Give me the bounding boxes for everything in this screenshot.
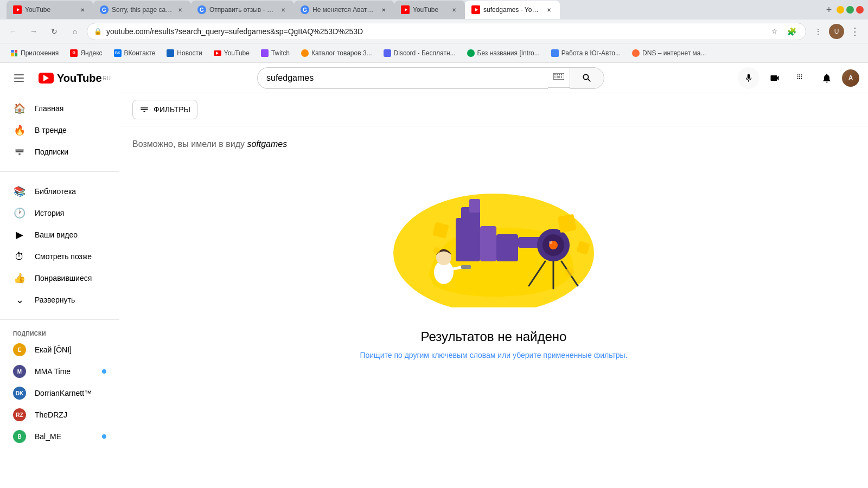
svg-point-29 — [433, 247, 440, 254]
search-input-wrapper[interactable] — [257, 67, 548, 89]
tab-google-error[interactable]: G Sorry, this page can't be found... ✕ — [93, 1, 191, 19]
svg-rect-27 — [558, 214, 577, 233]
maximize-button[interactable] — [846, 6, 854, 14]
sub-item-ekai[interactable]: Е Екай [ÖNI] — [0, 339, 119, 361]
bookmark-work[interactable]: Работа в Юг-Авто... — [546, 47, 625, 60]
tab-youtube-1[interactable]: YouTube ✕ — [7, 1, 93, 19]
tab2-close[interactable]: ✕ — [176, 5, 184, 14]
sidebar-item-library[interactable]: 📚 Библиотека — [0, 181, 119, 202]
back-button[interactable]: ← — [4, 23, 22, 40]
tab-sufedgames[interactable]: sufedgames - YouTube ✕ — [465, 1, 560, 19]
tab4-close[interactable]: ✕ — [379, 5, 388, 14]
sidebar-divider-1 — [0, 171, 119, 172]
minimize-button[interactable] — [837, 6, 844, 14]
bookmark-catalog-label: Каталог товаров 3... — [311, 49, 372, 57]
bookmark-intro-label: Без названия [Intro... — [477, 49, 540, 57]
svg-rect-7 — [561, 76, 562, 78]
youtube-bookmark-icon — [213, 49, 222, 57]
sub-item-drzj[interactable]: RZ TheDRZJ — [0, 404, 119, 426]
sidebar-item-subscriptions[interactable]: Подписки — [0, 141, 119, 163]
bookmark-yandex-label: Яндекс — [80, 49, 102, 57]
tab6-close[interactable]: ✕ — [545, 5, 553, 14]
sub-avatar-drzj: RZ — [13, 408, 26, 421]
tab1-close[interactable]: ✕ — [78, 5, 87, 14]
youtube-user-avatar[interactable]: A — [842, 69, 859, 87]
bookmark-news[interactable]: Новости — [162, 47, 206, 60]
fire-icon: 🔥 — [13, 124, 26, 136]
sidebar-item-my-videos[interactable]: ▶ Ваши видео — [0, 224, 119, 246]
bookmark-dns[interactable]: DNS – интернет ма... — [627, 47, 710, 60]
bookmark-youtube[interactable]: YouTube — [209, 47, 254, 60]
bookmark-catalog[interactable]: Каталог товаров 3... — [296, 47, 376, 60]
sidebar-item-home[interactable]: 🏠 Главная — [0, 98, 119, 119]
sub-name-dorrian: DorrianKarnett™ — [35, 389, 106, 397]
discord-icon — [383, 49, 392, 57]
forward-button[interactable]: → — [25, 23, 42, 40]
nav-right-actions: ⋮ U ⋮ — [809, 23, 864, 40]
sidebar-item-expand[interactable]: ⌄ Развернуть — [0, 289, 119, 311]
youtube-main-content: A ФИЛЬТРЫ Возможно, вы имели в виду soft… — [119, 63, 868, 488]
hamburger-menu-button[interactable] — [9, 67, 30, 89]
sidebar-item-liked[interactable]: 👍 Понравившиеся — [0, 267, 119, 289]
sub-item-balme[interactable]: B Bal_ME — [0, 426, 119, 447]
microphone-button[interactable] — [738, 67, 760, 89]
extension-icon[interactable]: 🧩 — [784, 24, 799, 39]
bookmark-apps[interactable]: Приложения — [5, 47, 63, 60]
menu-button[interactable]: ⋮ — [846, 23, 864, 40]
search-input[interactable] — [266, 73, 539, 83]
new-tab-button[interactable]: + — [821, 2, 837, 17]
bookmark-yandex[interactable]: Я Яндекс — [65, 47, 106, 60]
tab3-close[interactable]: ✕ — [279, 5, 288, 14]
svg-rect-13 — [469, 199, 480, 213]
bookmark-intro[interactable]: Без названия [Intro... — [462, 47, 544, 60]
bookmark-star-icon[interactable]: ☆ — [767, 24, 782, 39]
tab2-label: Sorry, this page can't be found... — [112, 6, 173, 14]
sidebar-history-label: История — [35, 209, 64, 217]
filters-button[interactable]: ФИЛЬТРЫ — [132, 100, 197, 119]
liked-icon: 👍 — [13, 272, 26, 284]
search-button[interactable] — [570, 67, 604, 89]
tab-youtube-2[interactable]: YouTube ✕ — [394, 1, 465, 19]
extensions-button[interactable]: ⋮ — [809, 23, 827, 40]
sub-item-mma[interactable]: M MMA Time — [0, 361, 119, 382]
sub-avatar-mma: M — [13, 365, 26, 378]
bookmark-twitch-label: Twitch — [271, 49, 290, 57]
home-button[interactable]: ⌂ — [66, 23, 84, 40]
bookmark-discord[interactable]: Discord - Бесплатн... — [379, 47, 460, 60]
bookmark-twitch[interactable]: Twitch — [256, 47, 294, 60]
sub-item-dorrian[interactable]: DK DorrianKarnett™ — [0, 382, 119, 404]
tab-favicon-yt1 — [13, 5, 22, 14]
ham-line-3 — [14, 81, 24, 82]
sidebar-item-watch-later[interactable]: ⏱ Смотреть позже — [0, 246, 119, 267]
library-icon: 📚 — [13, 185, 26, 197]
address-bar[interactable]: 🔒 youtube.com/results?search_query=sufed… — [87, 23, 806, 40]
sidebar-item-trending[interactable]: 🔥 В тренде — [0, 119, 119, 141]
sub-avatar-dorrian: DK — [13, 387, 26, 400]
suggestion-prefix: Возможно, вы имели в виду — [132, 139, 247, 149]
tab-favicon-g2: G — [100, 5, 108, 14]
keyboard-icon-button[interactable] — [548, 67, 570, 88]
svg-rect-11 — [496, 234, 518, 261]
sidebar-trending-label: В тренде — [35, 126, 67, 134]
bookmark-vk[interactable]: ВК ВКонтакте — [109, 47, 160, 60]
no-results-illustration — [132, 166, 855, 307]
tab-google-avatar[interactable]: G Не меняется Аватар (иконка ... ✕ — [294, 1, 394, 19]
apps-grid-button[interactable] — [790, 67, 812, 89]
close-button[interactable] — [856, 6, 864, 14]
svg-rect-3 — [559, 74, 560, 75]
youtube-top-bar: A — [119, 63, 868, 93]
create-video-button[interactable] — [764, 67, 786, 89]
bookmark-vk-label: ВКонтакте — [124, 49, 156, 57]
suggestion-term[interactable]: softgames — [247, 139, 287, 149]
notifications-button[interactable] — [816, 67, 838, 89]
profile-avatar[interactable]: U — [829, 24, 844, 39]
reload-button[interactable]: ↻ — [46, 23, 63, 40]
tab5-close[interactable]: ✕ — [450, 5, 458, 14]
tab-google-feedback[interactable]: G Отправить отзыв - Компьютер... ✕ — [191, 1, 294, 19]
vk-icon: ВК — [113, 49, 122, 57]
sidebar-item-history[interactable]: 🕐 История — [0, 202, 119, 224]
sidebar-my-videos-label: Ваши видео — [35, 230, 78, 239]
youtube-logo[interactable]: YouTubeRU — [39, 72, 111, 85]
dns-icon — [631, 49, 640, 57]
my-videos-icon: ▶ — [13, 229, 26, 241]
